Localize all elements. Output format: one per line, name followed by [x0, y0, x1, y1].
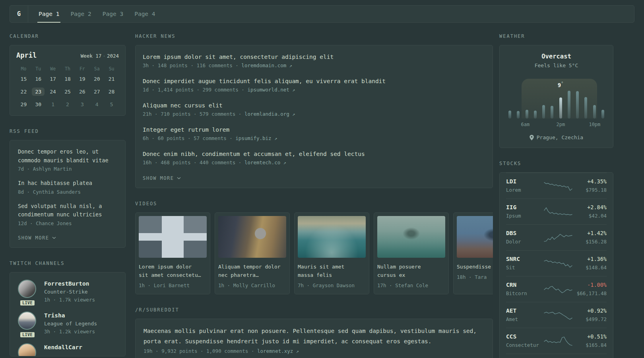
stock-price: $148.64 — [573, 264, 607, 271]
stock-symbol[interactable]: IIG — [506, 204, 543, 211]
page-tab[interactable]: Page 2 — [65, 6, 97, 22]
stock-name: Consectetur — [506, 341, 543, 349]
rss-item[interactable]: Donec tempor eros leo, ut commodo mauris… — [18, 148, 117, 172]
hackernews-item-title[interactable]: Integer eget rutrum lorem — [143, 125, 485, 134]
calendar-day: 4 — [92, 100, 102, 109]
stock-symbol[interactable]: CRN — [506, 281, 543, 289]
weather-time-label: 6am — [521, 122, 530, 127]
stock-row[interactable]: IIG Ipsum +2.84% $42.04 — [506, 198, 607, 224]
calendar-day: 18 — [61, 75, 74, 83]
page-tab[interactable]: Page 3 — [97, 6, 129, 22]
rss-show-more-button[interactable]: SHOW MORE — [18, 235, 56, 241]
video-card[interactable]: Nullam posuere cursus ex 17h · Stefan Co… — [374, 212, 449, 294]
stock-name: Sit — [506, 264, 543, 271]
hackernews-show-more-button[interactable]: SHOW MORE — [143, 175, 181, 181]
video-meta: 1h · Molly Carrillo — [218, 282, 286, 288]
stock-row[interactable]: LDI Lorem +4.35% $795.18 — [506, 173, 607, 198]
rss-item-title[interactable]: Donec tempor eros leo, ut commodo mauris… — [18, 148, 117, 165]
calendar-day-grid: 15 16 17 18 — [16, 73, 119, 110]
weather-bar — [534, 111, 537, 119]
stock-symbol[interactable]: AET — [506, 307, 543, 315]
app-logo[interactable]: G — [10, 6, 28, 22]
video-title[interactable]: Aliquam tempor dolor nec pharetra… — [218, 263, 282, 279]
stock-row[interactable]: AHS +0.46% — [506, 354, 607, 358]
rss-item-title[interactable]: Sed volutpat nulla nisl, a condimentum n… — [18, 202, 117, 219]
twitch-channel-name[interactable]: ForrestBurton — [44, 280, 95, 288]
video-thumbnail[interactable] — [139, 216, 207, 258]
hackernews-item[interactable]: Aliquam nec cursus elit 21h · 710 points… — [143, 101, 485, 117]
video-thumbnail[interactable] — [298, 216, 366, 258]
calendar-week-year: Week 17·2024 — [81, 53, 119, 59]
video-thumbnail[interactable] — [218, 216, 286, 258]
video-title[interactable]: Mauris sit amet massa felis — [298, 263, 361, 279]
hackernews-item-domain[interactable]: loremdomain.com — [241, 62, 286, 68]
stock-symbol[interactable]: DBS — [506, 230, 543, 237]
twitch-channel-game: League of Legends — [44, 319, 97, 328]
video-title[interactable]: Nullam posuere cursus ex — [377, 263, 441, 279]
rss-item-meta: 7d · Ashlyn Martin — [18, 166, 117, 172]
video-title[interactable]: Lorem ipsum dolor sit amet consectetu… — [139, 263, 202, 279]
stock-values: +1.42% $156.28 — [573, 230, 607, 245]
weather-chart: 9° — [507, 80, 606, 119]
video-card[interactable]: Lorem ipsum dolor sit amet consectetu… 1… — [135, 212, 210, 294]
video-title[interactable]: Suspendisse diam — [457, 263, 493, 271]
calendar-day-cell: 23 — [31, 86, 46, 97]
subreddit-post-domain[interactable]: loremnet.xyz — [257, 348, 293, 354]
twitch-channel-name[interactable]: Trisha — [44, 311, 97, 319]
stock-name: Amet — [506, 315, 543, 323]
hackernews-item[interactable]: Lorem ipsum dolor sit amet, consectetur … — [143, 53, 485, 68]
rss-item[interactable]: Sed volutpat nulla nisl, a condimentum n… — [18, 202, 117, 226]
stock-price: $66,171.48 — [573, 290, 607, 297]
stock-row[interactable]: AET Amet +0.92% $499.72 — [506, 302, 607, 328]
hackernews-item[interactable]: Integer eget rutrum lorem 6h · 60 points… — [143, 125, 485, 141]
hackernews-list: Lorem ipsum dolor sit amet, consectetur … — [143, 53, 485, 165]
sparkline-chart — [543, 180, 573, 192]
weather-bar — [517, 111, 520, 119]
rss-item[interactable]: In hac habitasse platea 8d · Cynthia Sau… — [18, 179, 117, 195]
video-card[interactable]: Aliquam tempor dolor nec pharetra… 1h · … — [215, 212, 290, 294]
stock-sparkline — [543, 257, 573, 269]
weather-location[interactable]: Prague, Czechia — [505, 134, 607, 140]
stock-symbol[interactable]: LDI — [506, 178, 543, 185]
hackernews-item[interactable]: Donec imperdiet augue tincidunt felis al… — [143, 77, 485, 93]
calendar-day: 19 — [76, 75, 89, 83]
weather-bar — [593, 105, 596, 119]
weather-bar — [508, 111, 511, 119]
hackernews-item-title[interactable]: Lorem ipsum dolor sit amet, consectetur … — [143, 53, 485, 61]
stock-row[interactable]: CCS Consectetur +0.51% $165.84 — [506, 328, 607, 354]
hackernews-item-domain[interactable]: ipsumworld.net — [247, 87, 289, 93]
video-thumbnail[interactable] — [377, 216, 445, 258]
hackernews-item-domain[interactable]: ipsumify.biz — [235, 135, 271, 141]
stock-symbol[interactable]: CCS — [506, 333, 543, 340]
stock-price: $499.72 — [573, 315, 607, 323]
stock-row[interactable]: SNRC Sit +1.36% $148.64 — [506, 250, 607, 276]
stock-name: Dolor — [506, 238, 543, 245]
twitch-channel-name[interactable]: KendallCarr — [44, 343, 82, 351]
calendar-day: 28 — [105, 88, 118, 96]
hackernews-item-domain[interactable]: loremlandia.org — [244, 111, 289, 117]
hackernews-item[interactable]: Donec enim nibh, condimentum et accumsan… — [143, 150, 485, 165]
navbar: G Page 1 Page 2 Page 3 Page 4 — [10, 5, 634, 23]
video-card[interactable]: Mauris sit amet massa felis 7h · Grayson… — [294, 212, 369, 294]
page-tab[interactable]: Page 1 — [33, 6, 65, 22]
stock-row[interactable]: DBS Dolor +1.42% $156.28 — [506, 224, 607, 250]
hackernews-item-title[interactable]: Donec imperdiet augue tincidunt felis al… — [143, 77, 485, 86]
twitch-channel-row[interactable]: LIVE ForrestBurton Counter-Strike 1h · 1… — [18, 280, 117, 304]
subreddit-post-text[interactable]: Maecenas mollis pulvinar erat non posuer… — [144, 326, 482, 346]
stock-row[interactable]: CRN Bitcorn -1.00% $66,171.48 — [506, 276, 607, 302]
stock-change: +2.84% — [573, 204, 607, 211]
video-thumbnail[interactable] — [457, 216, 493, 258]
rss-item-title[interactable]: In hac habitasse platea — [18, 179, 117, 188]
hackernews-item-title[interactable]: Aliquam nec cursus elit — [143, 101, 485, 110]
hackernews-item-title[interactable]: Donec enim nibh, condimentum et accumsan… — [143, 150, 485, 158]
video-card[interactable]: Suspendisse diam 18h · Tara — [453, 212, 493, 294]
rss-list: Donec tempor eros leo, ut commodo mauris… — [18, 148, 117, 226]
calendar-day-cell: 22 — [16, 86, 31, 97]
twitch-channel-row[interactable]: KendallCarr — [18, 343, 117, 356]
calendar-day: 27 — [91, 88, 103, 96]
hackernews-item-meta: 3h · 148 points · 116 comments · loremdo… — [143, 62, 485, 68]
stock-symbol[interactable]: SNRC — [506, 255, 543, 263]
twitch-channel-row[interactable]: LIVE Trisha League of Legends 3h · 1.2k … — [18, 311, 117, 336]
hackernews-item-domain[interactable]: loremtech.co — [244, 160, 280, 165]
page-tab[interactable]: Page 4 — [129, 6, 161, 22]
